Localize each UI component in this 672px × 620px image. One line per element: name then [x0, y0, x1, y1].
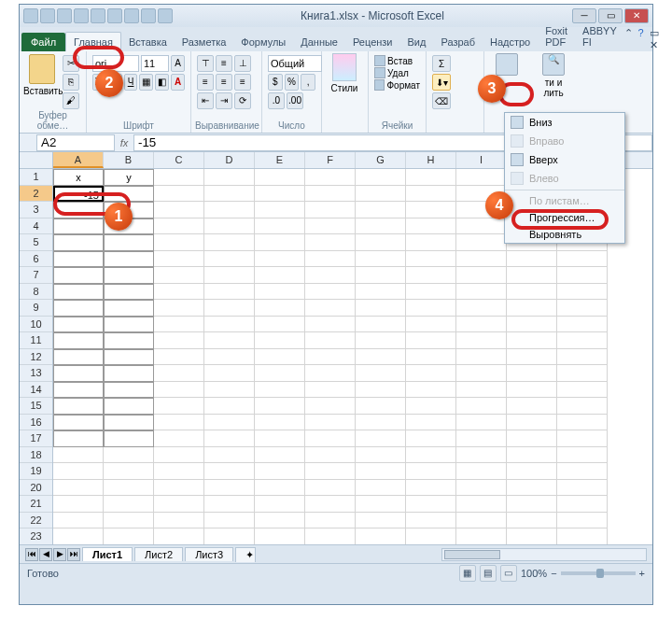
cell-empty[interactable] [204, 186, 255, 203]
cell-empty[interactable] [507, 463, 557, 480]
cell-B4[interactable] [104, 218, 154, 235]
cell-empty[interactable] [507, 513, 557, 529]
cell-empty[interactable] [356, 415, 406, 431]
tab-review[interactable]: Рецензи [345, 33, 400, 51]
cell-empty[interactable] [456, 202, 507, 218]
cell-empty[interactable] [154, 480, 204, 497]
sheet-tab-2[interactable]: Лист2 [134, 547, 183, 561]
doc-window-controls[interactable]: ▭ ✕ [650, 27, 659, 51]
cell-A10[interactable] [53, 317, 104, 333]
find-select-button[interactable]: 🔍 ти и лить [535, 53, 572, 109]
cell-empty[interactable] [154, 496, 204, 513]
cell-A6[interactable] [53, 251, 104, 268]
cell-empty[interactable] [356, 528, 406, 544]
cell-empty[interactable] [154, 267, 204, 284]
cell-empty[interactable] [204, 430, 255, 447]
cell-empty[interactable] [456, 218, 507, 235]
cell-empty[interactable] [305, 332, 356, 349]
row-header-15[interactable]: 15 [20, 398, 52, 415]
row-header-8[interactable]: 8 [20, 284, 52, 301]
col-header-D[interactable]: D [204, 152, 255, 168]
align-left-button[interactable]: ≡ [197, 74, 214, 91]
qat-more-icon[interactable] [158, 8, 173, 23]
cell-empty[interactable] [507, 317, 557, 333]
cell-empty[interactable] [406, 284, 456, 301]
cell-empty[interactable] [406, 480, 456, 497]
cell-empty[interactable] [255, 513, 305, 529]
cell-empty[interactable] [255, 480, 305, 497]
cell-empty[interactable] [406, 169, 456, 186]
cell-empty[interactable] [154, 430, 204, 447]
col-header-B[interactable]: B [104, 152, 154, 168]
cell-B14[interactable] [104, 382, 154, 399]
cell-empty[interactable] [154, 218, 204, 235]
save-icon[interactable] [40, 8, 55, 23]
cell-empty[interactable] [406, 349, 456, 366]
cell-empty[interactable] [456, 234, 507, 251]
cell-empty[interactable] [53, 528, 104, 544]
cell-empty[interactable] [204, 480, 255, 497]
cell-empty[interactable] [154, 169, 204, 186]
col-header-E[interactable]: E [255, 152, 305, 168]
cell-empty[interactable] [456, 415, 507, 431]
orientation-button[interactable]: ⟳ [234, 92, 251, 109]
cell-A14[interactable] [53, 382, 104, 399]
new-sheet-button[interactable]: ✦ [235, 547, 256, 562]
cell-empty[interactable] [204, 528, 255, 544]
cell-empty[interactable] [255, 317, 305, 333]
cell-empty[interactable] [305, 284, 356, 301]
cell-empty[interactable] [154, 202, 204, 218]
cell-empty[interactable] [456, 430, 507, 447]
col-header-F[interactable]: F [305, 152, 356, 168]
cell-empty[interactable] [305, 480, 356, 497]
cell-A16[interactable] [53, 415, 104, 431]
cell-empty[interactable] [557, 251, 608, 268]
cell-empty[interactable] [204, 300, 255, 317]
cell-empty[interactable] [356, 251, 406, 268]
row-header-7[interactable]: 7 [20, 267, 52, 284]
cell-empty[interactable] [557, 349, 608, 366]
sheet-prev-button[interactable]: ◀ [39, 548, 52, 561]
cell-empty[interactable] [557, 300, 608, 317]
cell-empty[interactable] [154, 447, 204, 464]
cell-empty[interactable] [557, 496, 608, 513]
increase-decimal-button[interactable]: .0 [268, 92, 285, 109]
cell-B7[interactable] [104, 267, 154, 284]
cell-empty[interactable] [557, 398, 608, 415]
row-header-1[interactable]: 1 [20, 169, 52, 186]
cell-empty[interactable] [507, 398, 557, 415]
sheet-next-button[interactable]: ▶ [53, 548, 66, 561]
cell-empty[interactable] [356, 332, 406, 349]
cell-empty[interactable] [557, 332, 608, 349]
italic-button[interactable]: К [108, 74, 122, 91]
cell-empty[interactable] [154, 349, 204, 366]
cell-empty[interactable] [204, 463, 255, 480]
cell-empty[interactable] [104, 480, 154, 497]
row-header-20[interactable]: 20 [20, 480, 52, 497]
cell-B13[interactable] [104, 365, 154, 382]
col-header-C[interactable]: C [154, 152, 204, 168]
cell-empty[interactable] [406, 317, 456, 333]
cell-empty[interactable] [305, 398, 356, 415]
sort-filter-button[interactable] [488, 53, 525, 109]
cell-empty[interactable] [204, 317, 255, 333]
cell-empty[interactable] [507, 528, 557, 544]
cell-B6[interactable] [104, 251, 154, 268]
tab-data[interactable]: Данные [293, 33, 345, 51]
cell-empty[interactable] [507, 251, 557, 268]
cell-A7[interactable] [53, 267, 104, 284]
cell-empty[interactable] [507, 430, 557, 447]
cell-empty[interactable] [204, 365, 255, 382]
cell-empty[interactable] [456, 398, 507, 415]
cell-empty[interactable] [356, 169, 406, 186]
cell-empty[interactable] [305, 382, 356, 399]
cell-empty[interactable] [557, 463, 608, 480]
decrease-indent-button[interactable]: ⇤ [197, 92, 214, 109]
align-top-button[interactable]: ⊤ [197, 55, 214, 72]
cell-empty[interactable] [305, 317, 356, 333]
cell-empty[interactable] [305, 365, 356, 382]
cell-empty[interactable] [255, 463, 305, 480]
paste-button[interactable]: Вставить [23, 54, 61, 110]
cell-A12[interactable] [53, 349, 104, 366]
cell-empty[interactable] [204, 415, 255, 431]
